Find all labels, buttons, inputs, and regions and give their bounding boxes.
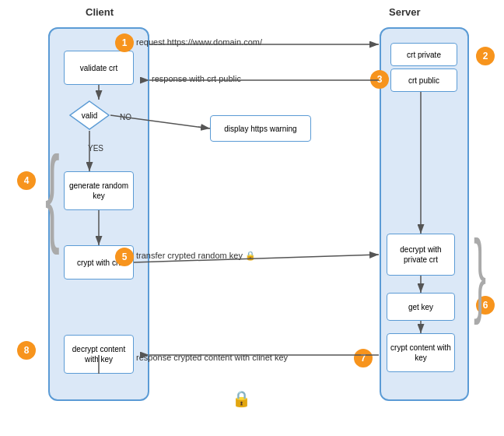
response-content-label: response crypted content with clinet key — [136, 353, 288, 362]
crypt-content-key-box: crypt content with key — [387, 333, 455, 372]
step-7-circle: 7 — [354, 349, 373, 367]
step-4-circle: 4 — [17, 171, 36, 190]
step-1-circle: 1 — [115, 33, 134, 52]
no-label: NO — [120, 113, 131, 121]
decrypt-content-box: decrypt content with key — [64, 335, 134, 374]
response-crt-label: response with crt public — [152, 74, 241, 83]
step-5-circle: 5 — [115, 248, 134, 266]
transfer-label: transfer crypted random key 🔒 — [136, 251, 256, 261]
server-label: Server — [389, 6, 420, 18]
generate-random-key-box: generate random key — [64, 171, 134, 210]
get-key-box: get key — [387, 293, 455, 321]
yes-label: YES — [88, 144, 103, 153]
validate-crt-box: validate crt — [64, 51, 134, 85]
brace-left-4: { — [45, 140, 60, 249]
crt-public-box: crt public — [390, 69, 457, 92]
step-2-circle: 2 — [476, 47, 495, 65]
crt-private-box: crt private — [390, 43, 457, 66]
lock-bottom-icon: 🔒 — [232, 389, 251, 408]
step-3-circle: 3 — [370, 70, 389, 89]
client-label: Client — [86, 6, 114, 18]
valid-diamond: valid — [68, 100, 110, 131]
step-8-circle: 8 — [17, 341, 36, 360]
display-warning-box: display https warning — [210, 115, 311, 142]
decrypt-private-crt-box: decrypt with private crt — [387, 234, 455, 276]
brace-right-6: } — [474, 226, 486, 319]
request-label: request https://www.domain.com/ — [136, 37, 262, 47]
